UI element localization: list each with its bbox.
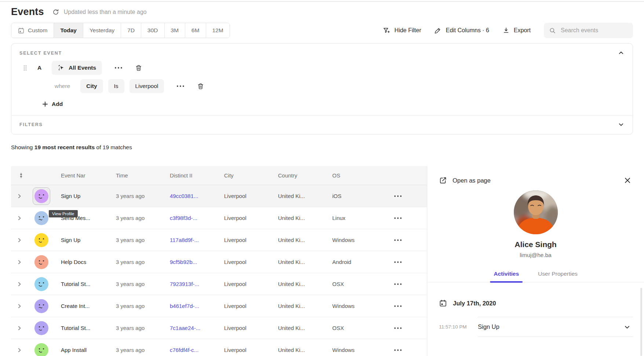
table-row[interactable]: App Install 3 years ago c76fdf4f-c... Li… <box>11 339 427 356</box>
event-name-cell: Tutorial St... <box>55 281 110 287</box>
row-menu-button[interactable] <box>392 325 404 331</box>
collapse-section-button[interactable] <box>618 49 625 56</box>
event-more-button[interactable] <box>113 65 124 70</box>
distinct-id-link[interactable]: c3f98f3d-... <box>170 215 197 221</box>
open-as-page-button[interactable]: Open as page <box>439 176 491 184</box>
user-avatar[interactable] <box>34 233 48 247</box>
filter-value-chip[interactable]: Liverpool <box>129 79 164 93</box>
row-menu-button[interactable] <box>392 281 404 287</box>
event-selector-chip[interactable]: All Events <box>52 61 102 75</box>
table-row[interactable]: Tutorial St... 3 years ago 7923913f-... … <box>11 273 427 295</box>
city-cell: Liverpool <box>218 281 272 287</box>
row-expand-chevron[interactable] <box>15 192 23 200</box>
table-row[interactable]: Sign Up 3 years ago 49cc0381... Liverpoo… <box>11 185 427 207</box>
edit-columns-button[interactable]: Edit Columns · 6 <box>434 27 489 34</box>
search-input[interactable] <box>560 27 628 34</box>
add-event-button[interactable]: Add <box>40 100 65 108</box>
row-menu-button[interactable] <box>392 215 404 221</box>
table-row[interactable]: Help Docs 3 years ago 9cf5b92b... Liverp… <box>11 251 427 273</box>
date-range-today[interactable]: Today <box>54 23 83 38</box>
user-avatar[interactable] <box>34 255 48 269</box>
date-range-12m[interactable]: 12M <box>206 23 230 38</box>
distinct-id-link[interactable]: b461ef7d-... <box>170 303 199 309</box>
distinct-id-link[interactable]: 49cc0381... <box>170 193 198 199</box>
country-cell: United Ki... <box>272 259 326 265</box>
row-menu-button[interactable] <box>392 193 404 199</box>
row-expand-chevron[interactable] <box>15 214 23 222</box>
profile-panel: Open as page <box>427 166 644 356</box>
export-label: Export <box>514 27 531 34</box>
filter-more-button[interactable] <box>175 84 186 89</box>
date-range-label: 30D <box>147 27 158 34</box>
user-avatar[interactable] <box>34 343 48 356</box>
row-menu-button[interactable] <box>392 259 404 265</box>
date-range-control: CustomTodayYesterday7D30D3M6M12M <box>11 23 230 38</box>
refresh-button[interactable] <box>51 7 61 17</box>
results-summary: Showing 19 most recent results of 19 mat… <box>11 144 633 151</box>
step-letter: A <box>37 65 41 71</box>
country-cell: United Ki... <box>272 325 326 331</box>
os-cell: Linux <box>326 215 374 221</box>
date-range-label: Today <box>60 27 77 34</box>
activity-event-row[interactable]: Sign Up <box>478 317 633 337</box>
os-cell: Windows <box>326 303 374 309</box>
time-cell: 3 years ago <box>110 193 164 199</box>
row-expand-chevron[interactable] <box>15 302 23 310</box>
row-expand-chevron[interactable] <box>15 324 23 332</box>
export-button[interactable]: Export <box>502 27 531 34</box>
time-cell: 3 years ago <box>110 325 164 331</box>
date-range-yesterday[interactable]: Yesterday <box>83 23 121 38</box>
date-range-30d[interactable]: 30D <box>141 23 164 38</box>
filter-delete-button[interactable] <box>196 82 205 91</box>
date-range-6m[interactable]: 6M <box>185 23 206 38</box>
column-header-os: OS <box>326 172 374 179</box>
user-avatar[interactable] <box>34 299 48 313</box>
close-icon <box>624 177 631 184</box>
row-menu-button[interactable] <box>392 347 404 353</box>
user-avatar[interactable] <box>34 321 48 335</box>
date-range-3m[interactable]: 3M <box>165 23 186 38</box>
date-range-custom[interactable]: Custom <box>11 23 54 38</box>
calendar-icon <box>18 27 25 34</box>
row-menu-button[interactable] <box>392 303 404 309</box>
user-avatar[interactable] <box>34 277 48 291</box>
more-icon <box>394 217 402 219</box>
expand-filters-button[interactable] <box>618 121 625 128</box>
filter-property-chip[interactable]: City <box>80 79 103 93</box>
summary-prefix: Showing <box>11 144 34 150</box>
panel-scrollbar[interactable] <box>640 288 642 356</box>
date-range-label: 6M <box>191 27 200 34</box>
drag-handle-icon[interactable] <box>22 64 28 72</box>
table-row[interactable]: Send Mes... 3 years ago c3f98f3d-... Liv… <box>11 207 427 229</box>
distinct-id-link[interactable]: 7923913f-... <box>170 281 199 287</box>
table-row[interactable]: Tutorial St... 3 years ago 7c1aae24-... … <box>11 317 427 339</box>
row-expand-chevron[interactable] <box>15 236 23 244</box>
hide-filter-button[interactable]: Hide Filter <box>383 27 421 34</box>
distinct-id-link[interactable]: 9cf5b92b... <box>170 259 197 265</box>
collapse-rows-icon[interactable] <box>17 172 25 179</box>
tab-activities[interactable]: Activities <box>491 270 521 282</box>
tab-label: Activities <box>494 271 519 277</box>
row-menu-button[interactable] <box>392 237 404 243</box>
search-icon <box>549 27 556 34</box>
close-panel-button[interactable] <box>623 176 632 185</box>
table-row[interactable]: Sign Up 3 years ago 117a8d9f-... Liverpo… <box>11 229 427 251</box>
profile-photo <box>514 190 558 234</box>
distinct-id-link[interactable]: c76fdf4f-c... <box>170 347 198 353</box>
event-delete-button[interactable] <box>134 63 143 73</box>
date-range-label: Custom <box>28 27 47 34</box>
row-expand-chevron[interactable] <box>15 346 23 354</box>
table-row[interactable]: Create Int... 3 years ago b461ef7d-... L… <box>11 295 427 317</box>
user-avatar[interactable] <box>34 211 48 225</box>
distinct-id-link[interactable]: 7c1aae24-... <box>170 325 200 331</box>
event-name-cell: Sign Up <box>55 237 110 243</box>
refresh-icon <box>52 8 59 16</box>
filter-operator-chip[interactable]: Is <box>108 79 124 93</box>
tab-user-properties[interactable]: User Properties <box>536 270 580 282</box>
distinct-id-link[interactable]: 117a8d9f-... <box>170 237 199 243</box>
event-selector-label: All Events <box>69 65 96 71</box>
user-avatar[interactable] <box>33 187 50 205</box>
date-range-7d[interactable]: 7D <box>121 23 141 38</box>
row-expand-chevron[interactable] <box>15 280 23 288</box>
row-expand-chevron[interactable] <box>15 258 23 266</box>
